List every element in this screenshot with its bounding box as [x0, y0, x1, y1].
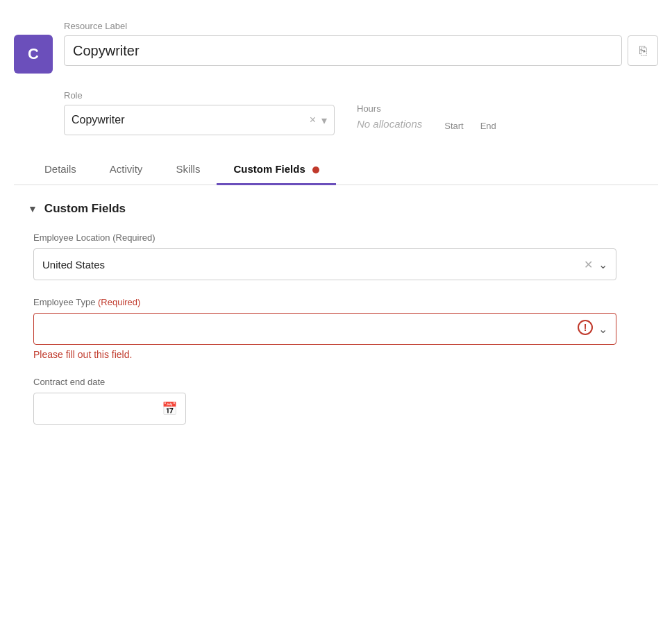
tabs-bar: Details Activity Skills Custom Fields — [14, 155, 658, 185]
no-allocations: No allocations — [357, 118, 422, 135]
hours-group: Hours No allocations — [357, 103, 422, 135]
role-dropdown-arrow: ▾ — [321, 114, 327, 127]
end-label: End — [480, 121, 496, 131]
role-select-value: Copywriter — [72, 114, 304, 126]
employee-type-select[interactable]: ! ⌄ — [33, 313, 616, 345]
tab-details[interactable]: Details — [28, 155, 93, 185]
employee-location-value: United States — [42, 259, 584, 271]
tab-details-label: Details — [44, 163, 76, 175]
contract-end-date-input[interactable]: 📅 — [33, 393, 186, 425]
svg-text:!: ! — [584, 322, 587, 333]
resource-label-section: C Resource Label ⎘ — [14, 21, 658, 74]
custom-fields-title: Custom Fields — [44, 202, 126, 216]
tab-activity-label: Activity — [110, 163, 143, 175]
page-wrapper: C Resource Label ⎘ Role Copywriter × ▾ H… — [0, 0, 672, 479]
calendar-icon: 📅 — [162, 401, 177, 416]
employee-type-arrow: ⌄ — [598, 323, 607, 336]
tab-activity[interactable]: Activity — [93, 155, 160, 185]
role-section: Role Copywriter × ▾ — [64, 90, 335, 135]
tab-custom-fields[interactable]: Custom Fields — [217, 155, 336, 185]
end-group: End — [480, 121, 496, 135]
employee-location-clear[interactable]: ✕ — [584, 258, 593, 271]
hours-label: Hours — [357, 103, 422, 114]
resource-label-input[interactable] — [64, 35, 622, 66]
copy-button[interactable]: ⎘ — [628, 35, 658, 66]
contract-end-date-label: Contract end date — [33, 377, 644, 387]
resource-label-input-row: ⎘ — [64, 35, 658, 66]
resource-label-label: Resource Label — [64, 21, 658, 31]
employee-type-required: (Required) — [98, 297, 140, 307]
contract-end-date-field: Contract end date 📅 — [28, 377, 644, 425]
resource-label-right: Resource Label ⎘ — [64, 21, 658, 66]
employee-location-arrow: ⌄ — [598, 258, 607, 271]
start-end-group: Start End — [444, 121, 496, 135]
copy-icon: ⎘ — [639, 44, 647, 58]
employee-location-field: Employee Location (Required) United Stat… — [28, 232, 644, 280]
collapse-arrow[interactable]: ▼ — [28, 203, 37, 214]
employee-type-label: Employee Type (Required) — [33, 297, 644, 307]
role-label: Role — [64, 90, 335, 101]
employee-location-select[interactable]: United States ✕ ⌄ — [33, 248, 616, 280]
hours-start-end-section: Hours No allocations Start End — [357, 103, 496, 135]
error-icon: ! — [578, 320, 593, 339]
employee-type-label-text: Employee Type — [33, 297, 95, 307]
avatar: C — [14, 35, 53, 74]
custom-fields-header: ▼ Custom Fields — [28, 202, 644, 216]
tab-custom-fields-dot — [312, 166, 319, 173]
employee-location-label: Employee Location (Required) — [33, 232, 644, 243]
tab-skills-label: Skills — [176, 163, 200, 175]
role-select-box[interactable]: Copywriter × ▾ — [64, 105, 335, 135]
start-group: Start — [444, 121, 463, 135]
tab-custom-fields-label: Custom Fields — [233, 163, 305, 175]
employee-type-field: Employee Type (Required) ! ⌄ Please fill… — [28, 297, 644, 360]
start-label: Start — [444, 121, 463, 131]
content-area: ▼ Custom Fields Employee Location (Requi… — [14, 185, 658, 458]
role-clear-button[interactable]: × — [310, 114, 316, 126]
tab-skills[interactable]: Skills — [159, 155, 217, 185]
error-message: Please fill out this field. — [33, 349, 644, 360]
role-hours-row: Role Copywriter × ▾ Hours No allocations… — [14, 90, 658, 135]
